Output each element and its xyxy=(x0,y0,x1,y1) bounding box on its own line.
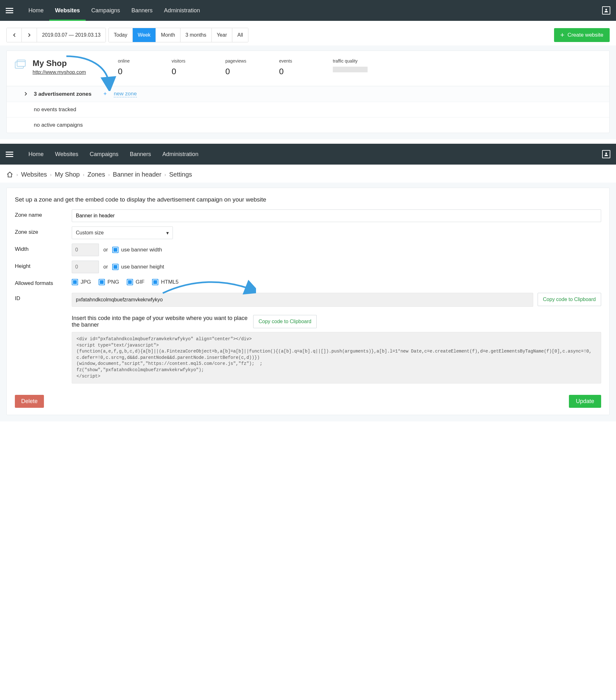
breadcrumb-banner-in-header[interactable]: Banner in header xyxy=(113,171,161,178)
nav-administration[interactable]: Administration xyxy=(158,0,206,21)
insert-code-instruction: Insert this code into the page of your w… xyxy=(72,315,249,328)
stat-value: 0 xyxy=(279,67,304,76)
format-label: GIF xyxy=(136,279,145,285)
format-gif-checkbox[interactable]: GIF xyxy=(127,279,145,285)
website-panel: My Shop http://www.myshop.com online 0 v… xyxy=(0,46,616,139)
app-header-1: Home Websites Campaigns Banners Administ… xyxy=(0,0,616,21)
breadcrumb-settings[interactable]: Settings xyxy=(169,171,192,178)
range-week[interactable]: Week xyxy=(133,28,156,42)
nav-campaigns[interactable]: Campaigns xyxy=(86,0,126,21)
form-footer: Delete Update xyxy=(15,395,601,408)
copy-code-button[interactable]: Copy code to Clipboard xyxy=(253,315,317,328)
website-card: My Shop http://www.myshop.com online 0 v… xyxy=(6,51,610,133)
nav-websites[interactable]: Websites xyxy=(49,0,86,21)
label-height: Height xyxy=(15,261,72,270)
range-year[interactable]: Year xyxy=(212,28,232,42)
checkbox-icon xyxy=(127,279,133,285)
range-month[interactable]: Month xyxy=(156,28,180,42)
chevron-right-icon: › xyxy=(165,172,166,177)
range-3months[interactable]: 3 months xyxy=(181,28,212,42)
format-label: PNG xyxy=(108,279,119,285)
nav-home[interactable]: Home xyxy=(23,0,49,21)
embed-code-display: <div id="pxfatahndkcolmqbuefzramvkekrwfy… xyxy=(72,332,601,384)
no-campaigns-row: no active campaigns xyxy=(7,117,609,133)
user-account-icon[interactable] xyxy=(602,6,610,14)
label-allowed-formats: Allowed formats xyxy=(15,278,72,287)
format-jpg-checkbox[interactable]: JPG xyxy=(72,279,91,285)
nav-campaigns[interactable]: Campaigns xyxy=(84,144,124,165)
user-account-icon[interactable] xyxy=(602,150,610,158)
range-today[interactable]: Today xyxy=(109,28,133,42)
delete-button[interactable]: Delete xyxy=(15,395,44,408)
use-banner-width-checkbox[interactable]: use banner width xyxy=(112,247,162,253)
hamburger-menu-icon[interactable] xyxy=(6,7,13,14)
row-zone-size: Zone size Custom size ▾ xyxy=(15,226,601,239)
stat-events: events 0 xyxy=(279,59,304,76)
website-card-head: My Shop http://www.myshop.com online 0 v… xyxy=(7,51,609,86)
home-icon[interactable] xyxy=(6,171,13,178)
breadcrumb-myshop[interactable]: My Shop xyxy=(55,171,79,178)
row-allowed-formats: Allowed formats JPG PNG GIF HTML5 xyxy=(15,278,601,287)
primary-nav: Home Websites Campaigns Banners Administ… xyxy=(23,0,602,21)
zone-size-select[interactable]: Custom size ▾ xyxy=(72,226,173,239)
format-label: JPG xyxy=(81,279,91,285)
stat-value: 0 xyxy=(225,67,251,76)
nav-websites[interactable]: Websites xyxy=(49,144,84,165)
plus-icon: + xyxy=(560,31,565,39)
quality-bar xyxy=(333,67,368,72)
no-campaigns-label: no active campaigns xyxy=(34,122,83,128)
or-label: or xyxy=(103,247,108,253)
chevron-down-icon: ▾ xyxy=(166,230,169,236)
windows-icon xyxy=(15,60,26,69)
plus-zone-icon[interactable]: + xyxy=(103,91,107,97)
traffic-quality: traffic quality xyxy=(333,59,377,76)
row-id: ID pxfatahndkcolmqbuefzramvkekrwfykyo Co… xyxy=(15,293,601,307)
date-prev-button[interactable] xyxy=(7,28,22,42)
update-button[interactable]: Update xyxy=(569,395,601,408)
svg-point-4 xyxy=(605,153,607,154)
site-url-link[interactable]: http://www.myshop.com xyxy=(33,70,86,75)
checkbox-icon xyxy=(112,264,119,270)
chevron-right-icon: › xyxy=(16,172,18,177)
stat-value: 0 xyxy=(172,67,197,76)
row-width: Width or use banner width xyxy=(15,243,601,256)
zones-row[interactable]: 3 advertisement zones + new zone xyxy=(7,86,609,102)
primary-nav-2: Home Websites Campaigns Banners Administ… xyxy=(23,144,602,165)
breadcrumb-zones[interactable]: Zones xyxy=(88,171,105,178)
nav-administration[interactable]: Administration xyxy=(157,144,204,165)
site-name: My Shop xyxy=(33,59,99,68)
breadcrumb-websites[interactable]: Websites xyxy=(21,171,47,178)
height-input[interactable] xyxy=(72,261,99,273)
date-nav-group: 2019.03.07 — 2019.03.13 xyxy=(6,28,106,42)
use-banner-width-label: use banner width xyxy=(121,247,162,253)
row-zone-name: Zone name xyxy=(15,210,601,222)
chevron-right-icon: › xyxy=(108,172,110,177)
svg-point-0 xyxy=(605,9,607,10)
format-png-checkbox[interactable]: PNG xyxy=(99,279,119,285)
create-website-button[interactable]: + Create website xyxy=(554,28,610,42)
new-zone-link[interactable]: new zone xyxy=(114,91,137,97)
zone-id-display: pxfatahndkcolmqbuefzramvkekrwfykyo xyxy=(72,293,533,307)
stat-label: traffic quality xyxy=(333,59,377,63)
zone-settings-panel: Set up a zone and get the embed code to … xyxy=(0,183,616,421)
width-input[interactable] xyxy=(72,243,99,256)
zone-name-input[interactable] xyxy=(72,210,601,222)
stat-label: events xyxy=(279,59,304,63)
svg-rect-2 xyxy=(17,60,25,66)
date-next-button[interactable] xyxy=(22,28,37,42)
nav-home[interactable]: Home xyxy=(23,144,49,165)
format-label: HTML5 xyxy=(161,279,178,285)
nav-banners[interactable]: Banners xyxy=(124,144,157,165)
zone-size-value: Custom size xyxy=(76,230,104,236)
hamburger-menu-icon[interactable] xyxy=(6,150,13,158)
nav-banners[interactable]: Banners xyxy=(126,0,158,21)
range-all[interactable]: All xyxy=(232,28,248,42)
breadcrumb: › Websites › My Shop › Zones › Banner in… xyxy=(0,165,616,183)
no-events-label: no events tracked xyxy=(34,107,76,113)
copy-id-button[interactable]: Copy code to Clipboard xyxy=(538,293,601,306)
label-zone-name: Zone name xyxy=(15,210,72,218)
use-banner-height-checkbox[interactable]: use banner height xyxy=(112,264,164,270)
zone-settings-card: Set up a zone and get the embed code to … xyxy=(6,188,610,415)
date-toolbar: 2019.03.07 — 2019.03.13 Today Week Month… xyxy=(0,21,616,46)
format-html5-checkbox[interactable]: HTML5 xyxy=(152,279,178,285)
